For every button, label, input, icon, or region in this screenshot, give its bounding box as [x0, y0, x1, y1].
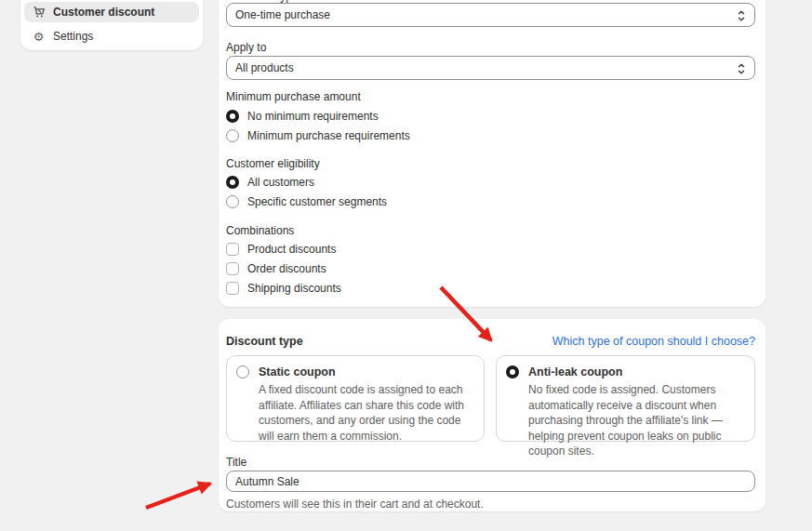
option-title: Static coupon — [259, 365, 336, 378]
radio-label: Specific customer segments — [247, 195, 387, 208]
sidebar-item-label: Settings — [53, 30, 93, 43]
radio-no-minimum-requirements[interactable]: No minimum requirements — [226, 107, 755, 126]
apply-to-label: Apply to — [226, 41, 755, 54]
option-title: Anti-leak coupon — [528, 365, 622, 378]
gear-icon: ⚙ — [32, 30, 46, 44]
checkbox-shipping-discounts[interactable]: Shipping discounts — [226, 279, 755, 298]
radio-label: All customers — [247, 176, 314, 189]
radio-all-customers[interactable]: All customers — [226, 173, 755, 192]
radio-selected-icon — [506, 365, 519, 378]
combinations-label: Combinations — [226, 224, 755, 237]
checkbox-unchecked-icon — [226, 243, 239, 256]
title-help-text: Customers will see this in their cart an… — [226, 498, 755, 511]
option-description: A fixed discount code is assigned to eac… — [259, 382, 474, 444]
sidebar-item-label: Customer discount — [53, 6, 154, 19]
coupon-type-help-link[interactable]: Which type of coupon should I choose? — [552, 335, 755, 348]
title-input[interactable] — [226, 471, 755, 492]
arrow-to-title-input — [146, 484, 210, 508]
radio-minimum-purchase-requirements[interactable]: Minimum purchase requirements — [226, 126, 755, 145]
radio-selected-icon — [226, 176, 239, 189]
sidebar-item-customer-discount[interactable]: Customer discount — [24, 2, 199, 22]
checkbox-order-discounts[interactable]: Order discounts — [226, 259, 755, 278]
cart-discount-icon — [32, 6, 46, 20]
apply-to-select[interactable]: All products — [226, 56, 755, 80]
checkbox-label: Order discounts — [247, 262, 326, 275]
customer-eligibility-label: Customer eligibility — [226, 157, 755, 170]
checkbox-unchecked-icon — [226, 282, 239, 295]
radio-specific-customer-segments[interactable]: Specific customer segments — [226, 192, 755, 211]
checkbox-label: Product discounts — [247, 243, 336, 256]
sidebar-item-settings[interactable]: ⚙ Settings — [24, 26, 199, 46]
discount-type-label: Discount type — [226, 335, 303, 348]
select-value: All products — [235, 61, 294, 74]
radio-selected-icon — [226, 110, 239, 123]
radio-unselected-icon — [226, 195, 239, 208]
static-coupon-option[interactable]: Static coupon A fixed discount code is a… — [226, 355, 485, 442]
discount-settings-card: Purchase type One-time purchase Apply to… — [219, 0, 765, 307]
anti-leak-coupon-option[interactable]: Anti-leak coupon No fixed code is assign… — [496, 355, 755, 442]
option-description: No fixed code is assigned. Customers aut… — [528, 382, 745, 459]
select-value: One-time purchase — [235, 8, 330, 21]
select-chevron-icon — [736, 62, 747, 75]
minimum-purchase-label: Minimum purchase amount — [226, 90, 755, 103]
checkbox-product-discounts[interactable]: Product discounts — [226, 240, 755, 259]
discount-type-card: Discount type Which type of coupon shoul… — [219, 319, 765, 511]
checkbox-unchecked-icon — [226, 262, 239, 275]
checkbox-label: Shipping discounts — [247, 282, 341, 295]
purchase-type-select[interactable]: One-time purchase — [226, 3, 755, 27]
radio-unselected-icon — [226, 129, 239, 142]
radio-unselected-icon — [236, 365, 249, 378]
radio-label: Minimum purchase requirements — [247, 129, 410, 142]
select-chevron-icon — [736, 9, 747, 22]
radio-label: No minimum requirements — [247, 110, 379, 123]
sidebar: Customer discount ⚙ Settings — [20, 0, 203, 50]
